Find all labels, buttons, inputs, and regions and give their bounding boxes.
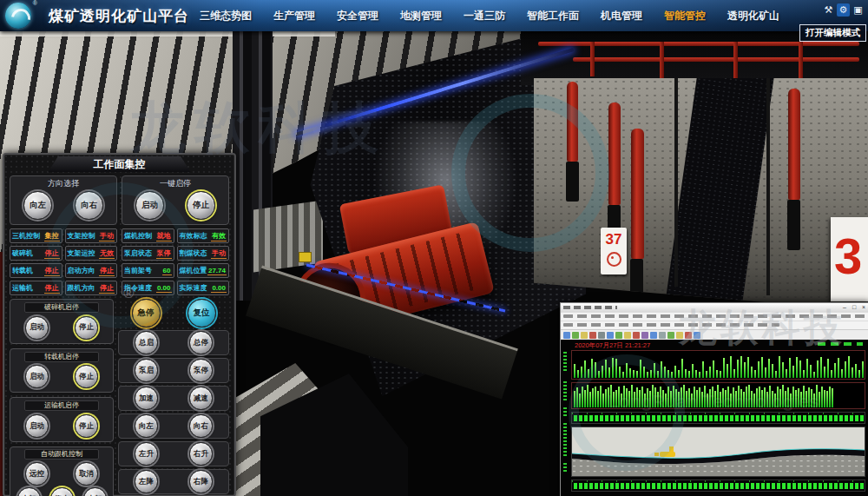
fullscreen-icon[interactable]: ▣ <box>852 3 865 17</box>
bar <box>766 392 768 407</box>
bar <box>725 390 727 407</box>
button-启动[interactable]: 启动 <box>135 191 164 220</box>
state-square <box>751 415 754 421</box>
nav-item-5[interactable]: 一通三防 <box>464 9 505 23</box>
gear-icon[interactable]: ⚙ <box>837 3 850 17</box>
seam-profile-view <box>571 427 865 477</box>
state-square <box>720 483 723 489</box>
window-menubar-row1[interactable] <box>561 312 868 321</box>
window-menubar-row2[interactable] <box>561 321 868 329</box>
button-向左[interactable]: 向左 <box>23 191 52 220</box>
shearer-button-pair: 左降右降 <box>118 469 229 494</box>
maximize-icon[interactable]: □ <box>850 303 858 311</box>
button-向左[interactable]: 向左 <box>135 414 158 438</box>
nav-item-6[interactable]: 智能工作面 <box>527 9 579 23</box>
button-停止[interactable]: 停止 <box>75 365 98 388</box>
toolbar-icon[interactable] <box>641 332 648 339</box>
status-label: 运输机 <box>12 283 33 293</box>
toolbar-icon[interactable] <box>563 332 570 339</box>
close-icon[interactable]: × <box>859 303 868 311</box>
nav-item-4[interactable]: 地测管理 <box>400 9 442 23</box>
button-右升[interactable]: 右升 <box>189 442 213 466</box>
toolbar-icon[interactable] <box>659 332 666 339</box>
status-area: 三机控制集控支架控制手动破碎机停止支架运控无效转载机停止启动方向停止运输机停止跟… <box>4 225 234 295</box>
button-启动[interactable]: 启动 <box>25 316 49 340</box>
nav-item-3[interactable]: 安全管理 <box>337 9 378 23</box>
bar <box>665 393 667 407</box>
button-复位[interactable]: 复位 <box>187 299 216 327</box>
state-square <box>584 415 588 421</box>
toolbar-icon[interactable] <box>624 332 631 339</box>
status-value: 停止 <box>99 266 115 276</box>
toolbar-icon[interactable] <box>633 332 640 339</box>
button-向右[interactable]: 向右 <box>189 414 213 438</box>
shearer-button-pair: 泵启泵停 <box>118 358 229 383</box>
button-启动[interactable]: 启动 <box>25 414 49 438</box>
button-大架[interactable]: 大架 <box>83 487 107 496</box>
button-左降[interactable]: 左降 <box>135 470 158 493</box>
button-停止[interactable]: 停止 <box>187 191 215 220</box>
hydraulic-prop <box>631 129 644 259</box>
nav-item-1[interactable]: 三维态势图 <box>200 9 252 23</box>
window-title-text <box>563 306 617 309</box>
button-停止[interactable]: 停止 <box>75 316 98 340</box>
direction-buttons: 向左向右 <box>12 191 115 220</box>
toolbar-icon[interactable] <box>676 332 683 339</box>
nav-item-2[interactable]: 生产管理 <box>273 9 315 23</box>
nav-item-9[interactable]: 透明化矿山 <box>727 9 779 23</box>
button-左升[interactable]: 左升 <box>135 442 158 466</box>
button-取消[interactable]: 取消 <box>75 462 98 486</box>
button-泵停[interactable]: 泵停 <box>189 359 213 382</box>
button-总启[interactable]: 总启 <box>135 331 158 354</box>
state-square <box>657 483 661 489</box>
toolbar-icon[interactable] <box>598 332 605 339</box>
button-启动[interactable]: 启动 <box>25 365 49 388</box>
edit-mode-button[interactable]: 打开编辑模式 <box>799 24 866 42</box>
bar <box>723 358 725 378</box>
button-减速[interactable]: 减速 <box>189 387 213 410</box>
button-向右[interactable]: 向右 <box>75 191 103 220</box>
button-加速[interactable]: 加速 <box>135 387 158 410</box>
status-cell: 支架控制手动 <box>65 228 118 243</box>
toolbar-icon[interactable] <box>615 332 622 339</box>
state-square <box>730 415 733 421</box>
status-cell: 割煤状态手动 <box>177 246 230 261</box>
top-nav-bar: ® 煤矿透明化矿山平台 三维态势图生产管理安全管理地测管理一通三防智能工作面机电… <box>0 0 868 31</box>
toolbar-icon[interactable] <box>667 332 674 339</box>
seam-profile-svg <box>572 427 865 476</box>
minimize-icon[interactable]: – <box>840 303 849 311</box>
status-cell: 泵启状态泵停 <box>122 246 174 261</box>
tools-icon[interactable]: ⚒ <box>822 3 835 17</box>
bar <box>845 361 846 379</box>
toolbar-icon[interactable] <box>650 332 657 339</box>
window-titlebar[interactable]: – □ × <box>561 303 868 312</box>
button-泵启[interactable]: 泵启 <box>135 359 158 382</box>
state-square <box>621 415 624 421</box>
status-value: 手动 <box>99 231 115 241</box>
nav-item-8[interactable]: 智能管控 <box>664 9 706 23</box>
state-square <box>631 483 635 489</box>
toolbar-icon[interactable] <box>694 332 700 339</box>
bar <box>774 393 776 407</box>
toolbar-icon[interactable] <box>589 332 596 339</box>
state-square <box>704 415 707 421</box>
dragon-logo-small <box>607 252 621 267</box>
bar <box>769 386 771 407</box>
status-label: 实际速度 <box>180 283 207 293</box>
button-停止[interactable]: 停止 <box>50 487 74 496</box>
toolbar-icon[interactable] <box>572 332 579 339</box>
button-右降[interactable]: 右降 <box>189 470 213 493</box>
button-远控[interactable]: 远控 <box>25 462 49 486</box>
state-square <box>589 483 593 489</box>
toolbar-icon[interactable] <box>581 332 588 339</box>
nav-item-7[interactable]: 机电管理 <box>601 9 642 23</box>
button-小架[interactable]: 小架 <box>17 487 41 496</box>
toolbar-icon[interactable] <box>607 332 614 339</box>
bar <box>727 387 729 407</box>
button-急停[interactable]: 急停 <box>132 299 161 327</box>
state-square <box>751 483 754 489</box>
bar <box>727 364 728 379</box>
button-停止[interactable]: 停止 <box>75 414 98 438</box>
toolbar-icon[interactable] <box>685 332 692 339</box>
button-总停[interactable]: 总停 <box>189 331 213 354</box>
